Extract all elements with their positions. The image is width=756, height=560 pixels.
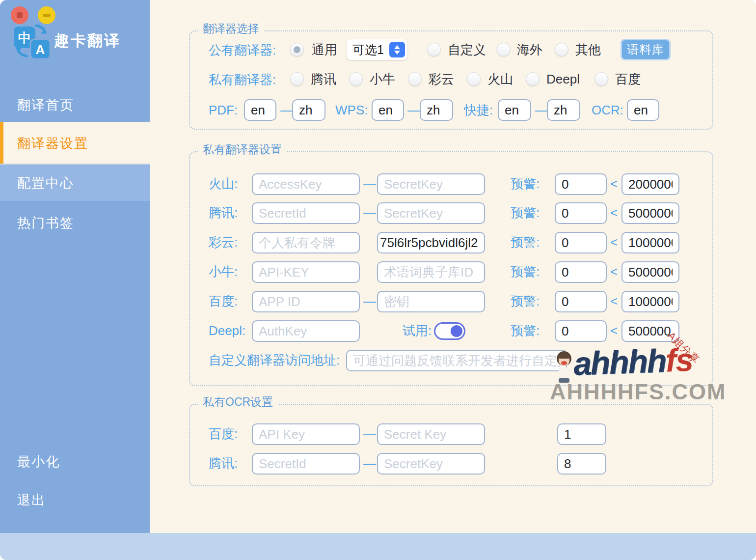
niutrans-warn-max-input[interactable] <box>621 261 679 283</box>
radio-deepl-label: Deepl <box>546 71 580 87</box>
translator-select-title: 翻译器选择 <box>198 22 264 35</box>
radio-baidu[interactable] <box>594 72 608 86</box>
deepl-warn-label: 预警: <box>511 323 540 338</box>
ocr-tencent-secretid-input[interactable] <box>252 453 360 475</box>
ocr-tencent-dash: — <box>363 455 376 471</box>
private-translator-label: 私有翻译器: <box>209 72 276 87</box>
niutrans-lt: < <box>610 264 618 280</box>
ocr-tencent-count-input[interactable] <box>557 453 606 475</box>
ocr-tencent-row-label: 腾讯: <box>209 455 238 471</box>
niutrans-row-label: 小牛: <box>209 264 238 280</box>
stepper-icon <box>389 42 405 57</box>
custom-url-label: 自定义翻译器访问地址: <box>209 352 340 368</box>
sidebar-item-config-center[interactable]: 配置中心 <box>0 164 150 201</box>
sidebar-item-hot-bookmarks[interactable]: 热门书签 <box>17 214 74 232</box>
deepl-trial-toggle[interactable] <box>434 322 465 340</box>
caiyun-warn-max-input[interactable] <box>621 232 679 253</box>
volcano-warn-label: 预警: <box>511 176 540 192</box>
sidebar: 中 A 趣卡翻译 翻译首页 翻译器设置 配置中心 热门书签 最小化 退出 <box>0 0 150 533</box>
pdf-to-input[interactable] <box>292 99 325 121</box>
niutrans-warn-label: 预警: <box>511 264 540 280</box>
volcano-lt: < <box>610 176 618 192</box>
volcano-secretkey-input[interactable] <box>377 173 485 195</box>
public-translator-dropdown[interactable]: 可选1 <box>347 39 407 60</box>
baidu-secret-input[interactable] <box>377 291 485 312</box>
tencent-dash: — <box>363 205 376 221</box>
svg-text:中: 中 <box>18 30 31 45</box>
baidu-warn-min-input[interactable] <box>555 291 607 312</box>
volcano-dash: — <box>363 176 376 192</box>
wps-from-input[interactable] <box>372 99 404 121</box>
wps-to-input[interactable] <box>420 99 453 121</box>
deepl-authkey-input[interactable] <box>252 320 360 342</box>
caiyun-warn-label: 预警: <box>511 234 540 250</box>
tencent-secretkey-input[interactable] <box>377 202 485 224</box>
volcano-row-label: 火山: <box>209 176 238 192</box>
tencent-warn-label: 预警: <box>511 205 540 221</box>
caiyun-token-value-input[interactable] <box>377 232 485 253</box>
quick-dash: — <box>535 102 548 118</box>
app-logo-translate-icon: 中 A <box>12 22 52 60</box>
deepl-lt: < <box>610 323 618 338</box>
baidu-row-label: 百度: <box>209 293 238 309</box>
bottom-status-bar <box>0 533 756 560</box>
custom-url-input[interactable] <box>346 350 567 371</box>
volcano-accesskey-input[interactable] <box>252 173 360 195</box>
radio-baidu-label: 百度 <box>615 71 641 87</box>
tencent-warn-max-input[interactable] <box>621 202 679 224</box>
sidebar-item-home[interactable]: 翻译首页 <box>17 96 74 114</box>
ocr-baidu-apikey-input[interactable] <box>252 423 360 445</box>
radio-niutrans[interactable] <box>349 72 363 86</box>
volcano-warn-min-input[interactable] <box>555 173 607 195</box>
tencent-warn-min-input[interactable] <box>555 202 607 224</box>
baidu-dash: — <box>363 293 376 309</box>
corpus-button[interactable]: 语料库 <box>621 39 671 60</box>
baidu-warn-max-input[interactable] <box>621 291 679 312</box>
radio-tencent[interactable] <box>290 72 304 86</box>
sidebar-item-translator-settings[interactable]: 翻译器设置 <box>0 122 150 164</box>
ocr-tencent-secretkey-input[interactable] <box>377 453 485 475</box>
niutrans-dict-input[interactable] <box>377 261 485 283</box>
radio-general-label: 通用 <box>312 42 337 57</box>
quick-to-input[interactable] <box>547 99 580 121</box>
sidebar-item-exit[interactable]: 退出 <box>17 491 46 509</box>
radio-overseas[interactable] <box>497 43 511 56</box>
public-translator-label: 公有翻译器: <box>209 42 276 58</box>
pdf-from-input[interactable] <box>244 99 276 121</box>
quick-from-input[interactable] <box>498 99 531 121</box>
baidu-lt: < <box>610 293 618 309</box>
radio-overseas-label: 海外 <box>517 42 542 57</box>
toggle-knob <box>451 325 462 337</box>
watermark-site-url: AHHHHFS.COM <box>550 379 726 405</box>
sidebar-item-minimize[interactable]: 最小化 <box>17 453 60 471</box>
caiyun-token-input[interactable] <box>252 232 360 253</box>
radio-other[interactable] <box>555 43 568 56</box>
baidu-warn-label: 预警: <box>511 293 540 309</box>
ocr-baidu-dash: — <box>363 426 376 442</box>
deepl-warn-min-input[interactable] <box>555 320 607 342</box>
radio-caiyun[interactable] <box>408 72 422 86</box>
svg-text:A: A <box>36 42 45 57</box>
baidu-appid-input[interactable] <box>252 291 360 312</box>
radio-deepl[interactable] <box>526 72 540 86</box>
volcano-warn-max-input[interactable] <box>621 173 679 195</box>
ocr-baidu-count-input[interactable] <box>557 423 606 445</box>
niutrans-warn-min-input[interactable] <box>555 261 607 283</box>
dropdown-value: 可选1 <box>352 42 384 58</box>
radio-niutrans-label: 小牛 <box>370 71 395 87</box>
quick-label: 快捷: <box>464 102 493 118</box>
ocr-baidu-secretkey-input[interactable] <box>377 423 485 445</box>
app-title: 趣卡翻译 <box>54 30 121 51</box>
radio-general[interactable] <box>290 43 304 56</box>
ocr-from-input[interactable] <box>627 99 659 121</box>
radio-custom[interactable] <box>427 43 441 56</box>
radio-volcano-label: 火山 <box>487 71 513 87</box>
caiyun-row-label: 彩云: <box>209 234 238 250</box>
radio-custom-label: 自定义 <box>448 42 486 57</box>
niutrans-apikey-input[interactable] <box>252 261 360 283</box>
caiyun-warn-min-input[interactable] <box>555 232 607 253</box>
tencent-secretid-input[interactable] <box>252 202 360 224</box>
pdf-dash: — <box>280 102 293 118</box>
wps-dash: — <box>407 102 420 118</box>
radio-volcano[interactable] <box>467 72 481 86</box>
